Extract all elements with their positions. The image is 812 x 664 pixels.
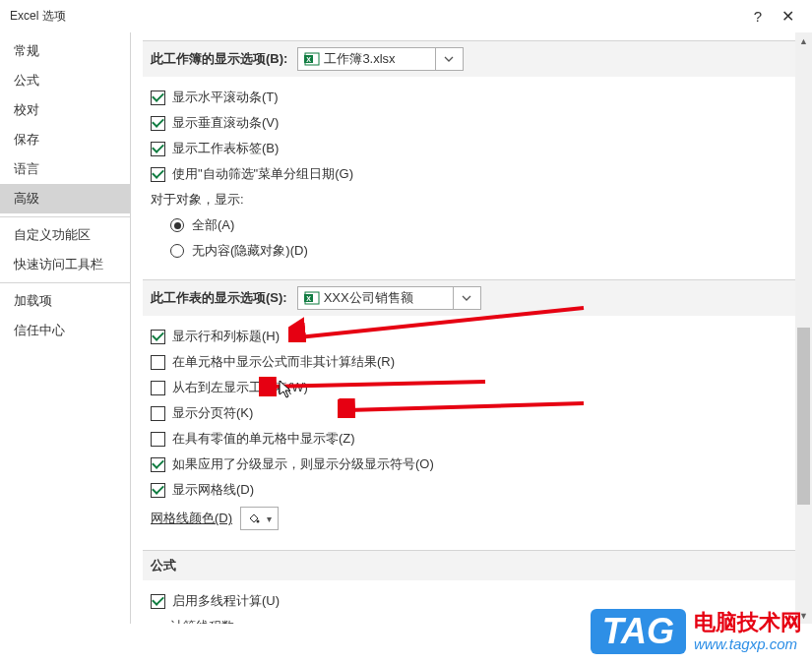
checkbox-show-zero[interactable]: 在具有零值的单元格中显示零(Z) <box>151 426 800 452</box>
checkbox-gridlines[interactable]: 显示网格线(D) <box>151 477 800 503</box>
sidebar-item-trust[interactable]: 信任中心 <box>0 316 130 345</box>
svg-point-6 <box>257 520 260 523</box>
watermark-text: 电脑技术网 <box>694 611 802 634</box>
checkbox-label: 如果应用了分级显示，则显示分级显示符号(O) <box>172 455 434 473</box>
checkbox-icon <box>151 381 165 395</box>
sidebar-item-advanced[interactable]: 高级 <box>0 184 130 213</box>
checkbox-icon <box>151 432 165 447</box>
checkbox-icon <box>151 142 165 156</box>
checkbox-label: 显示工作表标签(B) <box>172 140 279 157</box>
checkbox-label: 显示水平滚动条(T) <box>172 89 279 106</box>
objects-display-label: 对于对象，显示: <box>151 187 800 212</box>
checkbox-label: 启用多线程计算(U) <box>172 592 280 610</box>
sheet-select[interactable]: X XXX公司销售额 <box>297 286 481 310</box>
checkbox-rowcol-headers[interactable]: 显示行和列标题(H) <box>151 324 800 349</box>
chevron-down-icon <box>435 48 463 70</box>
checkbox-icon <box>151 116 165 131</box>
sidebar-item-language[interactable]: 语言 <box>0 154 130 184</box>
sidebar-item-save[interactable]: 保存 <box>0 125 130 154</box>
sidebar-item-qat[interactable]: 快速访问工具栏 <box>0 250 130 279</box>
watermark-tag: TAG <box>591 609 686 654</box>
excel-icon: X <box>304 51 320 67</box>
titlebar: Excel 选项 ? ✕ <box>0 0 812 31</box>
workbook-select[interactable]: X 工作簿3.xlsx <box>297 47 463 71</box>
window-title: Excel 选项 <box>10 8 743 25</box>
gridline-color-button[interactable]: ▾ <box>240 507 279 530</box>
gridline-color-row: 网格线颜色(D) ▾ <box>151 503 800 534</box>
close-button[interactable]: ✕ <box>773 7 802 26</box>
scroll-up-icon[interactable]: ▲ <box>795 32 812 49</box>
checkbox-rtl[interactable]: 从右到左显示工作表(W) <box>151 375 800 400</box>
checkbox-outline-symbols[interactable]: 如果应用了分级显示，则显示分级显示符号(O) <box>151 452 800 477</box>
checkbox-icon <box>151 483 165 498</box>
chevron-down-icon: ▾ <box>267 513 272 524</box>
sidebar-item-general[interactable]: 常规 <box>0 36 130 66</box>
scroll-thumb[interactable] <box>797 328 810 505</box>
checkbox-icon <box>151 167 165 182</box>
checkbox-icon <box>151 594 165 609</box>
checkbox-hscroll[interactable]: 显示水平滚动条(T) <box>151 85 800 110</box>
checkbox-label: 显示行和列标题(H) <box>172 328 280 345</box>
bucket-icon <box>247 512 261 525</box>
checkbox-page-breaks[interactable]: 显示分页符(K) <box>151 400 800 426</box>
radio-label: 全部(A) <box>192 216 234 234</box>
checkbox-icon <box>151 91 165 105</box>
radio-icon <box>170 244 184 258</box>
gridline-color-label: 网格线颜色(D) <box>151 510 232 527</box>
chevron-down-icon <box>453 287 480 309</box>
checkbox-group-dates[interactable]: 使用"自动筛选"菜单分组日期(G) <box>151 161 800 187</box>
checkbox-vscroll[interactable]: 显示垂直滚动条(V) <box>151 110 800 136</box>
sidebar: 常规 公式 校对 保存 语言 高级 自定义功能区 快速访问工具栏 加载项 信任中… <box>0 32 131 624</box>
radio-all-objects[interactable]: 全部(A) <box>170 212 800 238</box>
checkbox-label: 在具有零值的单元格中显示零(Z) <box>172 430 355 448</box>
sidebar-separator <box>0 216 130 217</box>
svg-text:X: X <box>307 56 312 63</box>
content-panel: 此工作簿的显示选项(B): X 工作簿3.xlsx 显示水平滚动条(T) <box>131 32 812 624</box>
sidebar-separator <box>0 282 130 283</box>
watermark: TAG 电脑技术网 www.tagxp.com <box>591 609 802 654</box>
section-sheet-header: 此工作表的显示选项(S): <box>151 289 287 307</box>
checkbox-icon <box>151 355 165 370</box>
section-workbook-display: 此工作簿的显示选项(B): X 工作簿3.xlsx 显示水平滚动条(T) <box>143 40 800 272</box>
watermark-url: www.tagxp.com <box>694 635 802 652</box>
radio-label: 无内容(隐藏对象)(D) <box>192 242 308 260</box>
section-sheet-display: 此工作表的显示选项(S): X XXX公司销售额 显示行和列标题(H) <box>143 279 800 542</box>
checkbox-label: 显示分页符(K) <box>172 404 253 422</box>
checkbox-label: 在单元格中显示公式而非其计算结果(R) <box>172 353 395 371</box>
checkbox-show-formulas[interactable]: 在单元格中显示公式而非其计算结果(R) <box>151 349 800 375</box>
svg-text:X: X <box>306 295 311 302</box>
checkbox-label: 显示网格线(D) <box>172 481 254 499</box>
radio-hide-objects[interactable]: 无内容(隐藏对象)(D) <box>170 238 800 264</box>
cursor-icon <box>279 380 292 399</box>
help-button[interactable]: ? <box>743 8 773 25</box>
sidebar-item-customize-ribbon[interactable]: 自定义功能区 <box>0 220 130 250</box>
checkbox-label: 显示垂直滚动条(V) <box>172 114 279 132</box>
sidebar-item-formulas[interactable]: 公式 <box>0 66 130 95</box>
checkbox-label: 使用"自动筛选"菜单分组日期(G) <box>172 165 353 183</box>
workbook-select-value: 工作簿3.xlsx <box>324 50 434 68</box>
sheet-select-value: XXX公司销售额 <box>324 289 453 307</box>
radio-icon <box>170 218 184 232</box>
checkbox-icon <box>151 406 165 421</box>
sidebar-item-proofing[interactable]: 校对 <box>0 95 130 125</box>
section-workbook-header: 此工作簿的显示选项(B): <box>151 50 287 68</box>
sidebar-item-addins[interactable]: 加载项 <box>0 286 130 316</box>
sheet-icon: X <box>304 290 320 306</box>
section-formula-header: 公式 <box>151 557 176 574</box>
checkbox-sheet-tabs[interactable]: 显示工作表标签(B) <box>151 136 800 161</box>
vertical-scrollbar[interactable]: ▲ ▼ <box>795 32 812 624</box>
checkbox-icon <box>151 330 165 344</box>
checkbox-icon <box>151 457 165 472</box>
